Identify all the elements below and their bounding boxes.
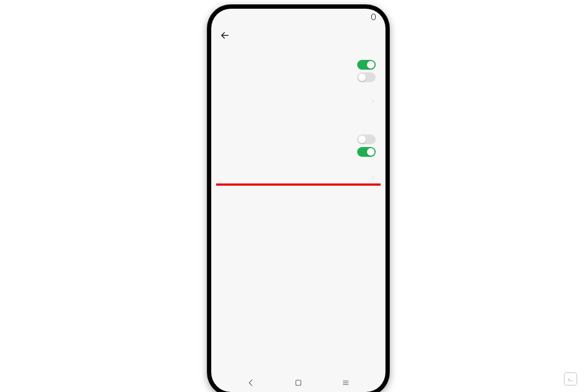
- section-label-picture: [211, 83, 385, 94]
- section-label-other: [211, 121, 385, 132]
- nav-bar: [211, 373, 385, 392]
- row-record-mic-sound[interactable]: [211, 71, 385, 83]
- section-label-sound: [211, 47, 385, 58]
- back-icon[interactable]: [219, 29, 231, 41]
- toggle-record-system-sound[interactable]: [357, 60, 376, 70]
- watermark: ᓚ: [564, 372, 580, 385]
- svg-rect-0: [296, 380, 301, 385]
- nav-recents-icon[interactable]: [341, 378, 350, 387]
- phone-frame: [207, 4, 390, 392]
- status-right: [369, 14, 376, 20]
- battery-icon: [371, 14, 376, 20]
- row-record-system-sound[interactable]: [211, 58, 385, 71]
- highlight-annotation: [216, 183, 381, 186]
- chevron-right-icon: [370, 174, 376, 181]
- cat-logo-icon: ᓚ: [564, 372, 577, 385]
- toggle-front-camera[interactable]: [357, 134, 376, 144]
- status-bar: [211, 9, 385, 25]
- toggle-record-touches[interactable]: [357, 147, 376, 157]
- screen: [211, 9, 385, 392]
- toggle-record-mic-sound[interactable]: [357, 72, 376, 82]
- row-front-camera[interactable]: [211, 132, 385, 146]
- header: [211, 25, 385, 47]
- row-resolution[interactable]: [211, 94, 385, 108]
- nav-home-icon[interactable]: [294, 378, 303, 387]
- row-record-touches[interactable]: [211, 146, 385, 158]
- row-video-codec[interactable]: [211, 158, 385, 171]
- row-fps[interactable]: [211, 108, 385, 121]
- nav-back-icon[interactable]: [247, 378, 255, 387]
- row-about[interactable]: [211, 171, 385, 183]
- chevron-right-icon: [370, 97, 376, 105]
